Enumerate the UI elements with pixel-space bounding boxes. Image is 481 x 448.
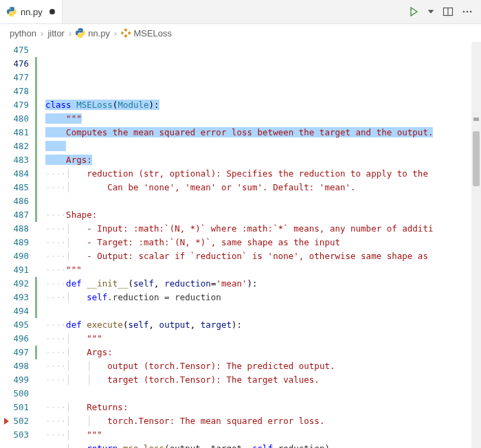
python-file-icon xyxy=(7,7,16,16)
tab-filename: nn.py xyxy=(21,7,43,17)
code-line[interactable] xyxy=(45,304,481,318)
code-line[interactable]: ····Computes the mean squared error loss… xyxy=(45,126,481,139)
svg-point-2 xyxy=(463,11,465,13)
code-line[interactable]: ····│ reduction (str, optional): Specifi… xyxy=(45,167,481,181)
code-line[interactable]: ····│ - Input: :math:`(N, *)` where :mat… xyxy=(45,222,481,236)
code-line[interactable]: ····│ return mse_loss(output, target, se… xyxy=(45,442,481,448)
code-line[interactable]: ····│ │ target (torch.Tensor): The targe… xyxy=(45,373,481,387)
code-line[interactable]: ····│ - Output: scalar if `reduction` is… xyxy=(45,249,481,263)
line-number[interactable]: 493 xyxy=(0,291,29,304)
code-line[interactable] xyxy=(45,85,481,98)
code-line[interactable]: ····│ """ xyxy=(45,428,481,442)
line-number[interactable]: 501 xyxy=(0,401,29,414)
code-line[interactable]: ····def __init__(self, reduction='mean')… xyxy=(45,277,481,291)
line-number[interactable]: 496 xyxy=(0,332,29,346)
code-line[interactable]: ····│ self.reduction = reduction xyxy=(45,291,481,304)
line-number[interactable]: 487 xyxy=(0,208,29,222)
modified-indicator xyxy=(35,346,37,359)
line-number[interactable]: 498 xyxy=(0,359,29,373)
line-number[interactable]: 486 xyxy=(0,194,29,208)
line-number[interactable]: 492 xyxy=(0,277,29,291)
code-line[interactable] xyxy=(45,139,481,153)
chevron-right-icon: › xyxy=(67,28,73,38)
line-number[interactable]: 484 xyxy=(0,167,29,181)
class-symbol-icon xyxy=(121,28,131,38)
tab-dirty-indicator xyxy=(49,9,55,14)
line-number[interactable]: 477 xyxy=(0,71,29,85)
svg-point-3 xyxy=(467,11,469,13)
code-line[interactable]: ····""" xyxy=(45,263,481,277)
breakpoint-icon[interactable] xyxy=(4,418,9,425)
code-line[interactable]: class MSELoss(Module): xyxy=(45,98,481,112)
breadcrumb[interactable]: python › jittor › nn.py › MSELoss xyxy=(0,24,481,42)
code-line[interactable] xyxy=(45,387,481,401)
line-number[interactable]: 488 xyxy=(0,222,29,236)
code-line[interactable] xyxy=(45,194,481,208)
modified-indicator xyxy=(35,57,37,222)
scroll-thumb[interactable] xyxy=(473,131,480,186)
breadcrumb-item[interactable]: MSELoss xyxy=(121,28,172,38)
line-number[interactable]: 490 xyxy=(0,249,29,263)
code-line[interactable]: ····""" xyxy=(45,112,481,126)
line-number[interactable]: 479 xyxy=(0,98,29,112)
breadcrumb-item[interactable]: jittor xyxy=(47,28,65,38)
tab-bar: nn.py xyxy=(0,0,481,24)
overview-marker xyxy=(473,117,479,121)
line-number[interactable]: 478 xyxy=(0,85,29,98)
code-area[interactable]: class MSELoss(Module):····"""····Compute… xyxy=(38,42,481,448)
split-editor-button[interactable] xyxy=(443,6,454,17)
code-line[interactable]: ····│ Can be 'none', 'mean' or 'sum'. De… xyxy=(45,181,481,194)
line-number[interactable]: 485 xyxy=(0,181,29,194)
code-line[interactable]: ····Args: xyxy=(45,153,481,167)
line-number[interactable]: 499 xyxy=(0,373,29,387)
line-number[interactable]: 503 xyxy=(0,428,29,442)
line-number[interactable]: 494 xyxy=(0,304,29,318)
line-number[interactable]: 482 xyxy=(0,139,29,153)
line-number[interactable]: 489 xyxy=(0,236,29,249)
line-number[interactable]: 495 xyxy=(0,318,29,332)
line-number[interactable]: 483 xyxy=(0,153,29,167)
run-button[interactable] xyxy=(408,6,419,17)
line-number[interactable]: 475 xyxy=(0,43,29,57)
breadcrumb-item[interactable]: nn.py xyxy=(76,28,110,38)
breadcrumb-item[interactable]: python xyxy=(10,28,36,38)
code-line[interactable]: ····│ Returns: xyxy=(45,401,481,414)
vertical-scrollbar[interactable] xyxy=(471,42,481,448)
editor-toolbar xyxy=(408,6,481,17)
line-number-gutter[interactable]: 4754764774784794804814824834844854864874… xyxy=(0,42,38,448)
chevron-right-icon: › xyxy=(39,28,45,38)
line-number[interactable]: 497 xyxy=(0,346,29,359)
code-line[interactable]: ····Shape: xyxy=(45,208,481,222)
modified-indicator xyxy=(35,277,37,318)
line-number[interactable]: 481 xyxy=(0,126,29,139)
line-number[interactable]: 476 xyxy=(0,57,29,71)
python-file-icon xyxy=(76,28,85,38)
code-line[interactable]: ····def execute(self, output, target): xyxy=(45,318,481,332)
code-line[interactable]: ····│ │ torch.Tensor: The mean squared e… xyxy=(45,414,481,428)
line-number[interactable]: 491 xyxy=(0,263,29,277)
code-line[interactable]: ····│ - Target: :math:`(N, *)`, same sha… xyxy=(45,236,481,249)
code-line[interactable]: ····│ │ output (torch.Tensor): The predi… xyxy=(45,359,481,373)
line-number[interactable]: 480 xyxy=(0,112,29,126)
chevron-right-icon: › xyxy=(113,28,118,38)
editor-tab[interactable]: nn.py xyxy=(0,0,63,23)
more-actions-button[interactable] xyxy=(462,6,473,17)
code-line[interactable]: ····│ Args: xyxy=(45,346,481,359)
code-line[interactable]: ····│ """ xyxy=(45,332,481,346)
line-number[interactable]: 500 xyxy=(0,387,29,401)
code-editor[interactable]: 4754764774784794804814824834844854864874… xyxy=(0,42,481,448)
svg-point-4 xyxy=(470,11,472,13)
run-dropdown-button[interactable] xyxy=(427,8,434,15)
